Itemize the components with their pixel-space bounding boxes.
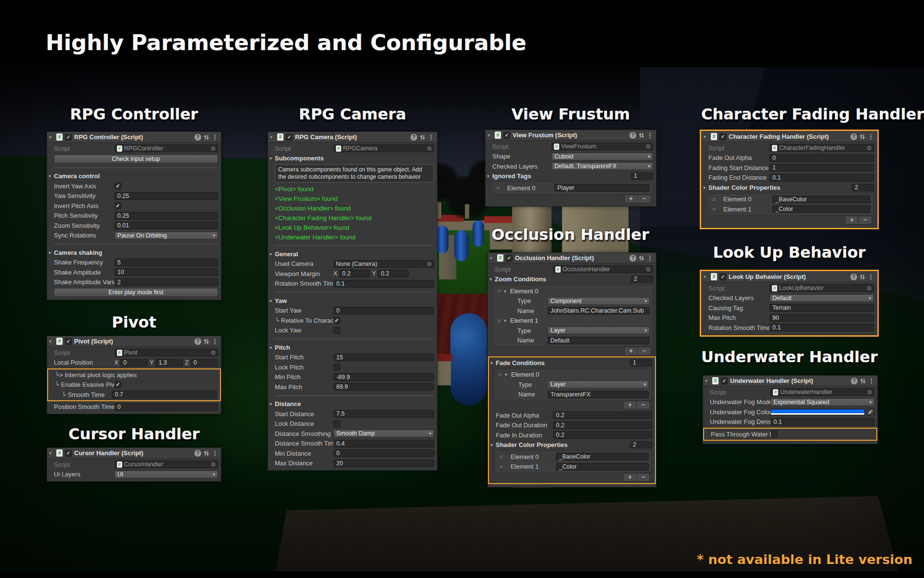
x-axis-field[interactable]: 0 [120, 359, 148, 367]
kebab-menu-icon[interactable]: ⋮ [647, 254, 653, 262]
script-object-field[interactable]: #RPGCamera⊙ [334, 144, 434, 152]
element-drag-handle[interactable]: = [496, 317, 504, 324]
y-axis-field[interactable]: 1.3 [155, 359, 183, 367]
start-pitch-field[interactable]: 15 [334, 354, 434, 361]
component-enabled-checkbox[interactable]: ✓ [65, 338, 72, 345]
max-distance-field[interactable]: 20 [334, 460, 434, 467]
script-object-field[interactable]: #RPGController⊙ [115, 144, 218, 152]
add-element-button[interactable]: + [624, 473, 637, 481]
pass-through-water-le-checkbox[interactable] [771, 431, 778, 437]
ignored-tags-size-field[interactable]: 1 [631, 172, 653, 180]
element-foldout-icon[interactable]: ▾ [504, 318, 509, 323]
foldout-arrow-icon[interactable]: ▾ [487, 173, 492, 179]
object-picker-icon[interactable]: ⊙ [211, 145, 216, 152]
element-0-field[interactable]: Player [554, 184, 650, 192]
component-foldout-icon[interactable]: ▾ [488, 132, 492, 138]
checked-layers-dropdown[interactable]: Default, TransparentFX▾ [552, 162, 653, 170]
fade-conditions-foldout[interactable]: Fade Conditions [496, 359, 545, 367]
component-enabled-checkbox[interactable]: ✓ [719, 274, 726, 280]
remove-element-button[interactable]: − [637, 473, 650, 481]
general-foldout[interactable]: General [275, 250, 298, 258]
distance-foldout[interactable]: Distance [275, 400, 301, 407]
element-drag-handle[interactable]: = [497, 371, 505, 378]
component-foldout-icon[interactable]: ▾ [490, 255, 495, 261]
zoom-conditions-foldout[interactable]: Zoom Conditions [495, 276, 546, 283]
kebab-menu-icon[interactable]: ⋮ [428, 133, 434, 141]
shader-color-properties-size-field[interactable]: 2 [630, 441, 652, 448]
fading-end-distance-field[interactable]: 0.1 [770, 174, 874, 182]
presets-icon[interactable] [204, 339, 209, 344]
kebab-menu-icon[interactable]: ⋮ [212, 133, 218, 141]
underwater-fog-color-color-swatch[interactable] [770, 409, 865, 415]
type-dropdown[interactable]: Component▾ [548, 297, 650, 305]
shader-color-properties-foldout[interactable]: Shader Color Properties [496, 441, 568, 448]
kebab-menu-icon[interactable]: ⋮ [868, 273, 874, 280]
type-dropdown[interactable]: Layer▾ [548, 381, 649, 388]
presets-icon[interactable] [420, 134, 425, 140]
component-enabled-checkbox[interactable]: ✓ [503, 132, 510, 139]
component-enabled-checkbox[interactable]: ✓ [721, 378, 728, 384]
position-smooth-time-field[interactable]: 0 [115, 403, 218, 411]
shake-amplitude-field[interactable]: 10 [115, 268, 218, 276]
foldout-arrow-icon[interactable]: ▾ [270, 156, 275, 161]
script-object-field[interactable]: #Pivot⊙ [115, 349, 218, 356]
presets-icon[interactable] [639, 132, 644, 138]
fade-in-duration-field[interactable]: 0.2 [553, 431, 652, 439]
ignored-tags-foldout[interactable]: Ignored Tags [492, 172, 531, 180]
foldout-arrow-icon[interactable]: ▾ [270, 251, 275, 257]
presets-icon[interactable] [860, 274, 865, 280]
component-foldout-icon[interactable]: ▾ [705, 378, 710, 383]
component-enabled-checkbox[interactable]: ✓ [506, 255, 513, 262]
object-picker-icon[interactable]: ⊙ [867, 389, 872, 395]
remove-element-button[interactable]: − [638, 347, 651, 355]
shader-color-properties-foldout[interactable]: Shader Color Properties [708, 184, 781, 191]
foldout-arrow-icon[interactable]: ▾ [49, 250, 54, 255]
object-picker-icon[interactable]: ⊙ [427, 261, 432, 267]
remove-element-button[interactable]: − [638, 195, 651, 203]
foldout-arrow-icon[interactable]: ▾ [270, 401, 275, 407]
script-object-field[interactable]: #ViewFrustum⊙ [552, 143, 653, 150]
element-drag-handle[interactable]: = [711, 206, 723, 212]
distance-smooth-time-field[interactable]: 0.4 [334, 440, 434, 447]
script-object-field[interactable]: #OcclusionHandler⊙ [553, 265, 653, 273]
element-drag-handle[interactable]: = [496, 288, 504, 294]
presets-icon[interactable] [639, 255, 644, 261]
zoom-sensitivity-field[interactable]: 0.01 [115, 222, 218, 229]
shake-amplitude-varia-field[interactable]: 2 [115, 278, 218, 286]
foldout-arrow-icon[interactable]: ▾ [49, 173, 54, 179]
component-foldout-icon[interactable]: ▾ [49, 450, 54, 456]
component-enabled-checkbox[interactable]: ✓ [65, 450, 72, 457]
object-picker-icon[interactable]: ⊙ [646, 143, 651, 150]
subcomponents-foldout[interactable]: Subcomponents [275, 155, 324, 162]
script-object-field[interactable]: #CharacterFadingHandler⊙ [770, 144, 874, 152]
component-enabled-checkbox[interactable]: ✓ [65, 134, 72, 141]
shape-dropdown[interactable]: Cuboid▾ [552, 153, 653, 160]
fading-start-distance-field[interactable]: 1 [770, 164, 874, 171]
max-pitch-field[interactable]: 90 [770, 314, 874, 322]
help-icon[interactable]: ? [629, 255, 636, 262]
checked-layers-dropdown[interactable]: Default▾ [770, 294, 874, 302]
fade-out-alpha-field[interactable]: 0 [770, 154, 874, 162]
help-icon[interactable]: ? [194, 338, 201, 345]
sync-rotations-dropdown[interactable]: Pause On Orbiting▾ [115, 232, 218, 239]
presets-icon[interactable] [204, 134, 209, 140]
pitch-sensitivity-field[interactable]: 0.25 [115, 212, 218, 220]
add-element-button[interactable]: + [846, 216, 859, 224]
z-axis-field[interactable]: 0 [191, 359, 218, 367]
component-foldout-icon[interactable]: ▾ [704, 134, 708, 139]
component-foldout-icon[interactable]: ▾ [49, 339, 54, 344]
invert-yaw-axis-checkbox[interactable]: ✓ [115, 183, 121, 189]
ui-layers-dropdown[interactable]: UI▾ [115, 471, 218, 478]
foldout-arrow-icon[interactable]: ▾ [703, 185, 708, 190]
fade-out-alpha-field[interactable]: 0.2 [553, 411, 652, 419]
rotation-smooth-time-field[interactable]: 0.1 [334, 280, 434, 288]
start-yaw-field[interactable]: 0 [334, 307, 434, 315]
shake-frequency-field[interactable]: 5 [115, 259, 218, 266]
distance-smoothing-dropdown[interactable]: Smooth Damp▾ [334, 430, 434, 437]
foldout-arrow-icon[interactable]: ▾ [270, 345, 275, 350]
add-element-button[interactable]: + [625, 347, 638, 355]
name-field[interactable]: JohnStairs.RC.Character.Cam.Sub [548, 307, 650, 315]
kebab-menu-icon[interactable]: ⋮ [647, 131, 653, 139]
object-picker-icon[interactable]: ⊙ [867, 285, 872, 291]
help-icon[interactable]: ? [850, 133, 857, 140]
